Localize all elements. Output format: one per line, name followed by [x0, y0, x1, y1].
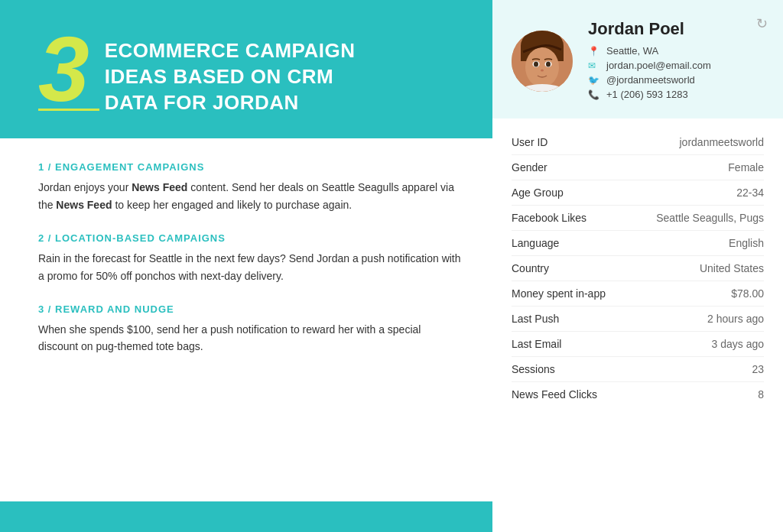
campaign-text-2: Rain in the forecast for Seattle in the … — [38, 250, 462, 284]
data-label: Gender — [512, 161, 547, 174]
data-label: Last Push — [512, 313, 559, 325]
contact-email: ✉ jordan.poel@email.com — [588, 60, 764, 71]
svg-point-12 — [541, 70, 544, 72]
table-row: Last Push 2 hours ago — [512, 307, 764, 332]
contact-location: 📍 Seattle, WA — [588, 45, 764, 57]
header-text: ECOMMERCE CAMPAIGN IDEAS BASED ON CRM DA… — [105, 31, 356, 115]
location-icon: 📍 — [588, 46, 600, 57]
data-value: Seattle Seagulls, Pugs — [656, 212, 764, 224]
svg-point-10 — [534, 62, 538, 67]
table-row: User ID jordanmeetsworld — [512, 130, 764, 155]
table-row: Money spent in-app $78.00 — [512, 281, 764, 307]
left-panel: 3 ECOMMERCE CAMPAIGN IDEAS BASED ON CRM … — [0, 0, 492, 532]
table-row: Sessions 23 — [512, 357, 764, 382]
data-value: jordanmeetsworld — [680, 136, 765, 148]
contact-twitter: 🐦 @jordanmeetsworld — [588, 74, 764, 86]
data-label: User ID — [512, 136, 547, 148]
data-value: 2 hours ago — [707, 313, 764, 325]
data-label: Last Email — [512, 338, 561, 350]
content-area: 1 / ENGAGEMENT CAMPAIGNS Jordan enjoys y… — [0, 138, 492, 501]
profile-header: ↻ — [492, 0, 783, 118]
table-row: Gender Female — [512, 155, 764, 180]
table-row: News Feed Clicks 8 — [512, 382, 764, 407]
right-panel: ↻ — [492, 0, 783, 532]
header-section: 3 ECOMMERCE CAMPAIGN IDEAS BASED ON CRM … — [38, 31, 462, 115]
data-label: Age Group — [512, 187, 564, 199]
avatar-container — [512, 31, 573, 92]
twitter-icon: 🐦 — [588, 75, 600, 86]
refresh-icon[interactable]: ↻ — [756, 15, 768, 32]
data-label: News Feed Clicks — [512, 388, 597, 401]
campaign-text-3: When she spends $100, send her a push no… — [38, 321, 462, 355]
data-label: Facebook Likes — [512, 212, 586, 224]
svg-point-3 — [525, 47, 559, 87]
svg-point-11 — [546, 62, 551, 67]
phone-icon: 📞 — [588, 89, 600, 100]
contact-phone: 📞 +1 (206) 593 1283 — [588, 89, 764, 100]
data-value: 23 — [752, 363, 764, 375]
avatar — [512, 31, 573, 92]
data-value: 22-34 — [736, 187, 764, 199]
email-icon: ✉ — [588, 60, 600, 71]
campaign-text-1: Jordan enjoys your News Feed content. Se… — [38, 179, 462, 213]
contact-details: Jordan Poel 📍 Seattle, WA ✉ jordan.poel@… — [588, 19, 764, 103]
data-label: Sessions — [512, 363, 555, 375]
data-value: $78.00 — [731, 287, 764, 300]
big-number: 3 — [38, 23, 89, 115]
campaign-title-1: 1 / ENGAGEMENT CAMPAIGNS — [38, 161, 462, 173]
table-row: Facebook Likes Seattle Seagulls, Pugs — [512, 206, 764, 231]
table-row: Language English — [512, 231, 764, 256]
campaign-item-1: 1 / ENGAGEMENT CAMPAIGNS Jordan enjoys y… — [38, 161, 462, 213]
campaign-item-3: 3 / REWARD AND NUDGE When she spends $10… — [38, 303, 462, 355]
data-value: United States — [700, 262, 764, 274]
data-value: 3 days ago — [712, 338, 765, 350]
table-row: Last Email 3 days ago — [512, 332, 764, 357]
profile-name: Jordan Poel — [588, 19, 764, 39]
profile-info: Jordan Poel 📍 Seattle, WA ✉ jordan.poel@… — [512, 19, 764, 103]
campaign-title-2: 2 / LOCATION-BASED CAMPAIGNS — [38, 232, 462, 244]
table-row: Country United States — [512, 256, 764, 281]
data-label: Country — [512, 262, 549, 274]
campaign-title-3: 3 / REWARD AND NUDGE — [38, 303, 462, 315]
data-label: Language — [512, 237, 559, 249]
campaign-item-2: 2 / LOCATION-BASED CAMPAIGNS Rain in the… — [38, 232, 462, 284]
data-value: Female — [728, 161, 764, 174]
data-table: User ID jordanmeetsworld Gender Female A… — [492, 118, 783, 532]
data-value: 8 — [758, 388, 764, 401]
data-label: Money spent in-app — [512, 287, 606, 300]
table-row: Age Group 22-34 — [512, 180, 764, 206]
data-value: English — [729, 237, 764, 249]
